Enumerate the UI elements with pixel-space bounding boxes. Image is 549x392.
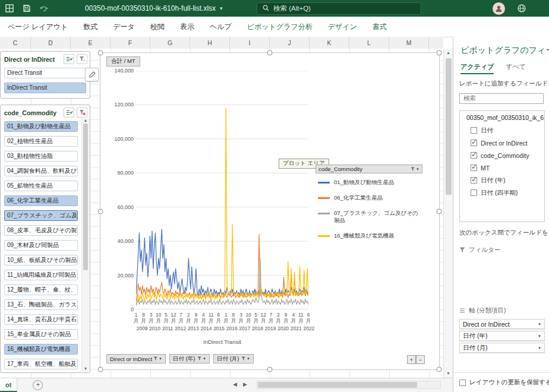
selection-handle[interactable] [267,50,273,56]
slicer-item[interactable]: 03_動植物性油脂 [4,151,78,162]
multi-select-icon[interactable] [64,108,74,118]
clear-filter-icon[interactable] [77,108,87,118]
selection-handle[interactable] [98,367,103,372]
add-sheet-button[interactable]: + [33,380,43,390]
ribbon-tab-5[interactable]: ヘルプ [202,17,239,37]
axis-well[interactable]: Direct or InDirect▼日付 (年)▼日付 (月)▼ [459,319,545,353]
slicer-item[interactable]: 13_石、陶磁製品、ガラス [4,299,78,310]
slicer-item[interactable]: 02_植物性生産品 [4,136,78,147]
scrollbar-thumb[interactable] [83,124,88,270]
pane-tab-1[interactable]: すべて [506,62,526,74]
column-header-F[interactable]: F [111,37,150,49]
field-checkbox[interactable] [471,140,477,146]
field-row[interactable]: 日付 [471,124,544,137]
ribbon-tab-4[interactable]: 表示 [172,17,202,37]
scroll-down-icon[interactable]: ▼ [444,369,453,378]
horizontal-scrollbar[interactable] [257,381,441,389]
ribbon-tab-8[interactable]: 書式 [365,17,395,37]
legend-field-button[interactable]: code_Commodity ▼ [315,165,422,173]
axis-area-item[interactable]: 日付 (月)▼ [459,343,545,353]
slicer-item[interactable]: 12_履物、帽子、傘、杖、 [4,284,78,295]
selection-handle[interactable] [98,209,103,214]
pane-tab-0[interactable]: アクティブ [460,62,494,74]
defer-layout-row[interactable]: レイアウトの更新を保留する [459,378,549,387]
field-checkbox[interactable] [471,165,477,171]
field-checkbox[interactable] [471,189,477,196]
slicer-scrollbar[interactable]: ▲ ▼ [81,118,89,371]
chart-field-button-2[interactable]: 日付 (月)▼ [213,354,254,363]
scroll-up-icon[interactable]: ▲ [82,118,89,122]
field-checkbox[interactable] [471,127,477,134]
filters-well[interactable] [459,258,545,298]
slicer-item[interactable]: 17_車両、航空機、船舶及 [4,359,78,369]
axis-area-item[interactable]: 日付 (年)▼ [459,331,545,341]
column-header-L[interactable]: L [349,37,389,49]
column-header-G[interactable]: G [150,37,190,49]
slicer-item[interactable]: 06_化学工業生産品 [4,195,78,206]
scroll-down-icon[interactable]: ▼ [82,366,89,371]
ribbon-tab-6[interactable]: ピボットグラフ分析 [239,17,320,37]
series-line-3[interactable] [136,108,308,304]
search-box[interactable]: 検索 (Alt+Q) [257,2,421,15]
column-header-H[interactable]: H [190,37,230,49]
axis-area-item[interactable]: Direct or InDirect▼ [459,319,545,329]
undo-icon[interactable] [39,4,49,13]
column-header-D[interactable]: D [31,37,71,49]
slicer-item[interactable]: 10_紙、板紙及びその製品 [4,255,78,265]
selection-handle[interactable] [267,367,273,372]
avatar[interactable] [493,2,505,15]
slicer-item[interactable]: 09_木材及び同製品 [4,240,78,251]
scroll-left-icon[interactable]: ◀ [233,381,237,387]
column-header-E[interactable]: E [71,37,111,49]
multi-select-icon[interactable] [64,54,74,64]
fields-search-input[interactable]: 検索 [459,93,544,104]
column-header-M[interactable]: M [389,37,429,49]
defer-layout-checkbox[interactable] [459,380,466,386]
app-grid-icon[interactable] [5,4,14,13]
plot-area[interactable] [136,71,308,309]
workbook-title[interactable]: 00350-mof-00350310-ik-610h-full-list.xls… [85,0,223,17]
field-checkbox[interactable] [471,177,477,184]
column-header-J[interactable]: J [270,37,310,49]
slicer-item[interactable]: 01_動物及び動物生産品 [4,121,78,132]
slicer-item[interactable]: 08_皮革、毛皮及びその製 [4,225,78,236]
column-header-I[interactable]: I [230,37,270,49]
scroll-right-icon[interactable]: ▶ [243,381,247,387]
selection-handle[interactable] [437,367,442,372]
selection-handle[interactable] [437,209,442,214]
column-header-C[interactable]: C [0,37,31,49]
ribbon-tab-0[interactable]: ページ レイアウト [0,17,75,37]
clear-filter-icon[interactable] [77,54,87,64]
ribbon-tab-1[interactable]: 数式 [75,17,105,37]
ribbon-tab-2[interactable]: データ [105,17,143,37]
field-row[interactable]: Direct or InDirect [471,137,544,149]
sheet-tab-active[interactable]: ot [0,378,17,392]
slicer-item[interactable]: InDirect Transit [4,83,86,93]
scrollbar-thumb[interactable] [446,58,452,195]
slicer-item[interactable]: 05_鉱物性生産品 [4,181,78,191]
selection-handle[interactable] [437,50,442,56]
selection-handle[interactable] [98,50,103,56]
slicer-item[interactable]: Direct Transit [4,68,86,78]
collapse-field-button[interactable]: − [416,355,425,364]
slicer-item[interactable]: 04_調製食料品、飲料及び [4,166,78,176]
scroll-up-icon[interactable]: ▲ [444,49,453,57]
slicer-format-button[interactable] [85,68,99,81]
slicer-item[interactable]: 16_機械類及び電気機器 [4,344,78,355]
slicer-item[interactable]: 15_卑金属及びその製品 [4,329,78,340]
chart-field-button-0[interactable]: Direct or InDirect▼ [106,354,166,363]
table-node[interactable]: 00350_mof_00350310_ik_610h_full_list [463,114,544,121]
ribbon-display-icon[interactable] [517,4,526,13]
chart-field-button-1[interactable]: 日付 (年)▼ [169,354,210,363]
slicer-item[interactable]: 07_プラスチック、ゴム及 [4,210,78,221]
slicer-item[interactable]: 14_真珠、貴石及び半貴石 [4,314,78,325]
slicer-item[interactable]: 11_紡織用繊維及び同製品 [4,270,78,280]
slicer-direct-or-indirect[interactable]: Direct or InDirect Direct TransitInDirec… [0,51,90,99]
scrollbar-thumb[interactable] [258,382,417,388]
slicer-code-commodity[interactable]: code_Commodity 01_動物及び動物生産品02_植物性生産品03_動… [0,105,90,373]
field-row[interactable]: code_Commodity [471,149,544,162]
field-checkbox[interactable] [471,152,477,159]
ribbon-tab-7[interactable]: デザイン [320,17,365,37]
expand-field-button[interactable]: + [407,355,416,364]
ribbon-tab-3[interactable]: 校閲 [143,17,172,37]
